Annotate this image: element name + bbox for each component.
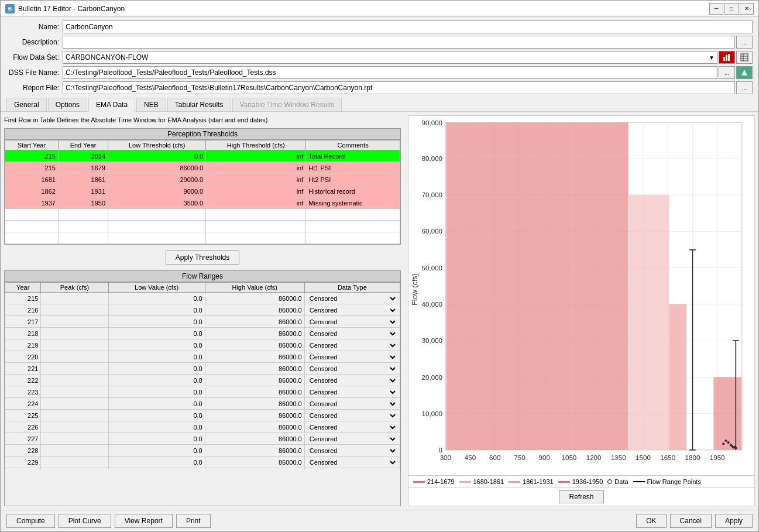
flow-row[interactable]: 222 0.0 86000.0 Censored Systematic Hist… bbox=[5, 375, 400, 386]
data-type-select[interactable]: Censored Systematic Historical bbox=[307, 411, 397, 420]
title-bar: B Bulletin 17 Editor - CarbonCanyon ─ □ … bbox=[1, 1, 758, 17]
cancel-button[interactable]: Cancel bbox=[670, 514, 712, 528]
flow-peak bbox=[41, 445, 108, 457]
flow-row[interactable]: 228 0.0 86000.0 Censored Systematic Hist… bbox=[5, 445, 400, 457]
plot-curve-button[interactable]: Plot Curve bbox=[59, 514, 111, 528]
flow-table-container[interactable]: Year Peak (cfs) Low Value (cfs) High Val… bbox=[5, 282, 400, 469]
dss-browse-button[interactable]: ... bbox=[719, 66, 735, 79]
flow-data-table-button[interactable] bbox=[736, 51, 753, 64]
flow-row[interactable]: 227 0.0 86000.0 Censored Systematic Hist… bbox=[5, 433, 400, 445]
flow-data-set-combo[interactable]: CARBONCANYON-FLOW ▼ bbox=[63, 51, 717, 64]
apply-thresholds-button[interactable]: Apply Thresholds bbox=[166, 250, 240, 265]
flow-type[interactable]: Censored Systematic Historical bbox=[304, 363, 400, 375]
apply-button[interactable]: Apply bbox=[715, 514, 753, 528]
flow-type[interactable]: Censored Systematic Historical bbox=[304, 316, 400, 328]
report-browse-button[interactable]: ... bbox=[736, 81, 753, 94]
svg-rect-34 bbox=[669, 304, 686, 450]
flow-year: 225 bbox=[5, 410, 41, 421]
report-file-input[interactable] bbox=[63, 81, 735, 94]
dss-file-input[interactable] bbox=[63, 66, 717, 79]
combo-arrow-icon: ▼ bbox=[709, 54, 715, 61]
chart-svg: 90,000 80,000 70,000 60,000 50,000 40,00… bbox=[408, 116, 754, 475]
perception-row[interactable]: 1681 1861 29000.0 inf Ht2 PSI bbox=[5, 174, 400, 186]
data-type-select[interactable]: Censored Systematic Historical bbox=[307, 306, 397, 314]
flow-ranges-title: Flow Ranges bbox=[5, 271, 400, 282]
name-input[interactable] bbox=[63, 20, 753, 33]
flow-row[interactable]: 220 0.0 86000.0 Censored Systematic Hist… bbox=[5, 351, 400, 363]
dss-icon-button[interactable] bbox=[736, 66, 753, 79]
flow-type[interactable]: Censored Systematic Historical bbox=[304, 445, 400, 457]
data-type-select[interactable]: Censored Systematic Historical bbox=[307, 423, 397, 431]
flow-peak bbox=[41, 316, 108, 328]
flow-year: 217 bbox=[5, 316, 41, 328]
right-panel: 90,000 80,000 70,000 60,000 50,000 40,00… bbox=[404, 112, 758, 510]
flow-row[interactable]: 216 0.0 86000.0 Censored Systematic Hist… bbox=[5, 304, 400, 316]
name-label: Name: bbox=[6, 23, 59, 31]
flow-type[interactable]: Censored Systematic Historical bbox=[304, 293, 400, 304]
data-type-select[interactable]: Censored Systematic Historical bbox=[307, 341, 397, 349]
tab-neb[interactable]: NEB bbox=[136, 98, 166, 111]
view-report-button[interactable]: View Report bbox=[115, 514, 173, 528]
flow-type[interactable]: Censored Systematic Historical bbox=[304, 304, 400, 316]
flow-row[interactable]: 230 0.0 86000.0 Censored Systematic Hist… bbox=[5, 468, 400, 470]
flow-type[interactable]: Censored Systematic Historical bbox=[304, 421, 400, 433]
print-button[interactable]: Print bbox=[176, 514, 211, 528]
perception-row[interactable] bbox=[5, 232, 400, 244]
flow-type[interactable]: Censored Systematic Historical bbox=[304, 328, 400, 339]
flow-type[interactable]: Censored Systematic Historical bbox=[304, 339, 400, 351]
flow-row[interactable]: 221 0.0 86000.0 Censored Systematic Hist… bbox=[5, 363, 400, 375]
flow-type[interactable]: Censored Systematic Historical bbox=[304, 386, 400, 398]
perception-row[interactable]: 215 2014 0.0 inf Total Record bbox=[5, 150, 400, 162]
flow-row[interactable]: 225 0.0 86000.0 Censored Systematic Hist… bbox=[5, 410, 400, 421]
description-input[interactable] bbox=[63, 36, 735, 49]
perception-row[interactable] bbox=[5, 209, 400, 221]
data-type-select[interactable]: Censored Systematic Historical bbox=[307, 388, 397, 396]
tab-ema-data[interactable]: EMA Data bbox=[88, 98, 135, 112]
flow-row[interactable]: 217 0.0 86000.0 Censored Systematic Hist… bbox=[5, 316, 400, 328]
flow-type[interactable]: Censored Systematic Historical bbox=[304, 398, 400, 410]
flow-row[interactable]: 224 0.0 86000.0 Censored Systematic Hist… bbox=[5, 398, 400, 410]
flow-row[interactable]: 223 0.0 86000.0 Censored Systematic Hist… bbox=[5, 386, 400, 398]
data-type-select[interactable]: Censored Systematic Historical bbox=[307, 330, 397, 338]
flow-type[interactable]: Censored Systematic Historical bbox=[304, 375, 400, 386]
perception-row[interactable]: 1862 1931 9000.0 inf Historical record bbox=[5, 186, 400, 197]
data-type-select[interactable]: Censored Systematic Historical bbox=[307, 376, 397, 385]
flow-type[interactable]: Censored Systematic Historical bbox=[304, 410, 400, 421]
data-type-select[interactable]: Censored Systematic Historical bbox=[307, 435, 397, 443]
data-type-select[interactable]: Censored Systematic Historical bbox=[307, 294, 397, 303]
flow-year: 218 bbox=[5, 328, 41, 339]
tab-variable-time-window: Variable Time Window Results bbox=[232, 98, 342, 111]
flow-low: 0.0 bbox=[108, 375, 205, 386]
flow-row[interactable]: 229 0.0 86000.0 Censored Systematic Hist… bbox=[5, 457, 400, 468]
maximize-button[interactable]: □ bbox=[724, 3, 739, 15]
data-type-select[interactable]: Censored Systematic Historical bbox=[307, 447, 397, 455]
flow-row[interactable]: 215 0.0 86000.0 Censored Systematic Hist… bbox=[5, 293, 400, 304]
data-type-select[interactable]: Censored Systematic Historical bbox=[307, 458, 397, 466]
flow-type[interactable]: Censored Systematic Historical bbox=[304, 351, 400, 363]
svg-text:60,000: 60,000 bbox=[422, 227, 442, 235]
close-button[interactable]: ✕ bbox=[740, 3, 754, 15]
perception-row[interactable]: 215 1679 86000.0 inf Ht1 PSI bbox=[5, 162, 400, 174]
ok-button[interactable]: OK bbox=[636, 514, 666, 528]
flow-row[interactable]: 219 0.0 86000.0 Censored Systematic Hist… bbox=[5, 339, 400, 351]
flow-row[interactable]: 218 0.0 86000.0 Censored Systematic Hist… bbox=[5, 328, 400, 339]
flow-col-peak: Peak (cfs) bbox=[41, 283, 108, 293]
tab-options[interactable]: Options bbox=[48, 98, 87, 111]
flow-type[interactable]: Censored Systematic Historical bbox=[304, 468, 400, 470]
flow-type[interactable]: Censored Systematic Historical bbox=[304, 433, 400, 445]
description-browse-button[interactable]: ... bbox=[736, 36, 753, 49]
data-type-select[interactable]: Censored Systematic Historical bbox=[307, 353, 397, 361]
tab-tabular-results[interactable]: Tabular Results bbox=[167, 98, 231, 111]
tab-general[interactable]: General bbox=[6, 98, 47, 111]
perception-row[interactable] bbox=[5, 221, 400, 232]
flow-data-chart-button[interactable] bbox=[719, 51, 735, 64]
data-type-select[interactable]: Censored Systematic Historical bbox=[307, 318, 397, 326]
compute-button[interactable]: Compute bbox=[6, 514, 55, 528]
refresh-button[interactable]: Refresh bbox=[559, 490, 603, 503]
data-type-select[interactable]: Censored Systematic Historical bbox=[307, 365, 397, 373]
flow-type[interactable]: Censored Systematic Historical bbox=[304, 457, 400, 468]
flow-row[interactable]: 226 0.0 86000.0 Censored Systematic Hist… bbox=[5, 421, 400, 433]
perception-row[interactable]: 1937 1950 3500.0 inf Missing systematic bbox=[5, 197, 400, 209]
minimize-button[interactable]: ─ bbox=[709, 3, 723, 15]
data-type-select[interactable]: Censored Systematic Historical bbox=[307, 400, 397, 408]
